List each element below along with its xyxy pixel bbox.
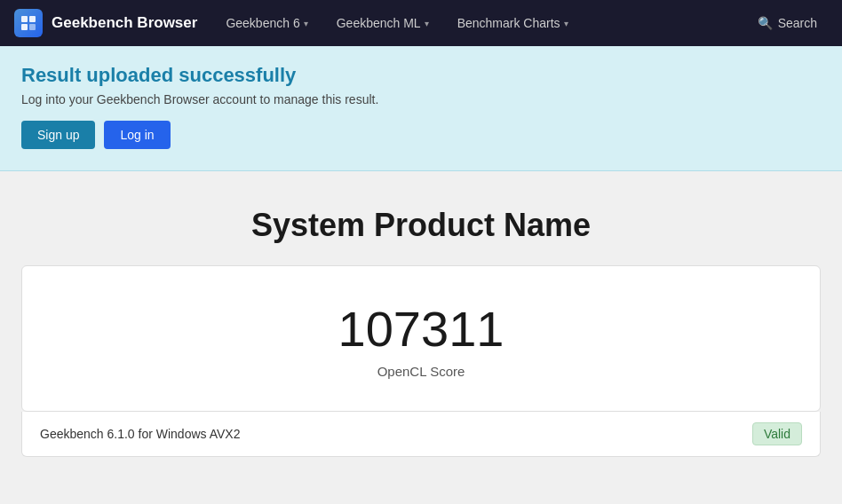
logo-text: Geekbench Browser <box>52 14 197 32</box>
svg-rect-4 <box>29 24 36 30</box>
banner-actions: Sign up Log in <box>21 121 821 149</box>
login-button[interactable]: Log in <box>104 121 170 149</box>
logo: Geekbench Browser <box>14 9 197 37</box>
nav-geekbench-ml-label: Geekbench ML <box>337 16 421 30</box>
search-icon: 🔍 <box>758 16 773 30</box>
nav-geekbench6-label: Geekbench 6 <box>226 16 299 30</box>
nav-search-label: Search <box>778 16 817 30</box>
banner-subtitle: Log into your Geekbench Browser account … <box>21 92 821 106</box>
version-text: Geekbench 6.1.0 for Windows AVX2 <box>40 427 240 441</box>
nav-geekbench-ml[interactable]: Geekbench ML ▾ <box>326 9 440 37</box>
success-banner: Result uploaded successfully Log into yo… <box>0 46 842 171</box>
svg-rect-2 <box>29 16 36 22</box>
logo-icon <box>14 9 43 37</box>
nav-geekbench6-caret-icon: ▾ <box>304 19 308 28</box>
product-name: System Product Name <box>21 207 821 244</box>
footer-row: Geekbench 6.1.0 for Windows AVX2 Valid <box>21 412 821 457</box>
signup-button[interactable]: Sign up <box>21 121 95 149</box>
nav-geekbench6[interactable]: Geekbench 6 ▾ <box>215 9 318 37</box>
nav-benchmark-charts-caret-icon: ▾ <box>564 19 568 28</box>
score-label: OpenCL Score <box>44 364 798 379</box>
product-name-section: System Product Name <box>21 189 821 265</box>
valid-badge: Valid <box>752 422 802 445</box>
score-card: 107311 OpenCL Score <box>21 265 821 412</box>
main-content: System Product Name 107311 OpenCL Score … <box>0 171 842 475</box>
score-value: 107311 <box>44 302 798 357</box>
navbar: Geekbench Browser Geekbench 6 ▾ Geekbenc… <box>0 0 842 46</box>
banner-title: Result uploaded successfully <box>21 64 821 87</box>
svg-rect-1 <box>21 16 28 22</box>
nav-geekbench-ml-caret-icon: ▾ <box>425 19 429 28</box>
nav-search[interactable]: 🔍 Search <box>747 9 828 37</box>
svg-rect-3 <box>21 24 28 30</box>
nav-benchmark-charts[interactable]: Benchmark Charts ▾ <box>447 9 579 37</box>
nav-benchmark-charts-label: Benchmark Charts <box>457 16 560 30</box>
